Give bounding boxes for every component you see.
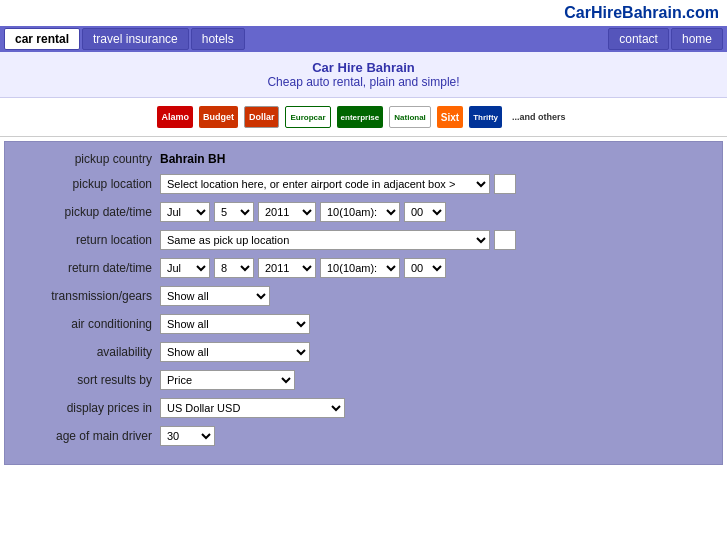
availability-label: availability [15, 345, 160, 359]
return-location-code-input[interactable] [494, 230, 516, 250]
brand-dollar: Dollar [244, 106, 280, 128]
pickup-location-select[interactable]: Select location here, or enter airport c… [160, 174, 490, 194]
brand-budget: Budget [199, 106, 238, 128]
pickup-day-select[interactable]: 5 [214, 202, 254, 222]
brands-bar: Alamo Budget Dollar Europcar enterprise … [0, 98, 727, 137]
pickup-country-control: Bahrain BH [160, 152, 225, 166]
brand-thrifty: Thrifty [469, 106, 502, 128]
brand-others: ...and others [508, 106, 570, 128]
brand-europcar: Europcar [285, 106, 330, 128]
nav-right: contact home [608, 28, 723, 50]
return-location-select[interactable]: Same as pick up location [160, 230, 490, 250]
pickup-location-label: pickup location [15, 177, 160, 191]
brand-alamo: Alamo [157, 106, 193, 128]
nav-bar: car rental travel insurance hotels conta… [0, 26, 727, 52]
age-control: 30 [160, 426, 215, 446]
transmission-select[interactable]: Show all [160, 286, 270, 306]
pickup-location-row: pickup location Select location here, or… [15, 174, 712, 194]
display-prices-control: US Dollar USD [160, 398, 345, 418]
pickup-country-value: Bahrain BH [160, 152, 225, 166]
pickup-month-select[interactable]: Jul [160, 202, 210, 222]
pickup-datetime-label: pickup date/time [15, 205, 160, 219]
pickup-min-select[interactable]: 00 [404, 202, 446, 222]
pickup-country-row: pickup country Bahrain BH [15, 152, 712, 166]
top-bar: CarHireBahrain.com [0, 0, 727, 26]
availability-control: Show all [160, 342, 310, 362]
pickup-country-label: pickup country [15, 152, 160, 166]
age-label: age of main driver [15, 429, 160, 443]
return-min-select[interactable]: 00 [404, 258, 446, 278]
availability-select[interactable]: Show all [160, 342, 310, 362]
return-month-select[interactable]: Jul [160, 258, 210, 278]
return-location-row: return location Same as pick up location [15, 230, 712, 250]
pickup-year-select[interactable]: 2011 [258, 202, 316, 222]
return-location-label: return location [15, 233, 160, 247]
return-datetime-row: return date/time Jul 8 2011 10(10am): 00 [15, 258, 712, 278]
age-row: age of main driver 30 [15, 426, 712, 446]
return-location-control: Same as pick up location [160, 230, 516, 250]
return-datetime-label: return date/time [15, 261, 160, 275]
return-hour-select[interactable]: 10(10am): [320, 258, 400, 278]
currency-select[interactable]: US Dollar USD [160, 398, 345, 418]
display-prices-row: display prices in US Dollar USD [15, 398, 712, 418]
return-day-select[interactable]: 8 [214, 258, 254, 278]
sort-select[interactable]: Price [160, 370, 295, 390]
site-title: CarHireBahrain.com [564, 4, 719, 22]
air-conditioning-control: Show all [160, 314, 310, 334]
pickup-hour-select[interactable]: 10(10am): [320, 202, 400, 222]
nav-left: car rental travel insurance hotels [4, 28, 245, 50]
return-year-select[interactable]: 2011 [258, 258, 316, 278]
sort-results-control: Price [160, 370, 295, 390]
nav-travel-insurance[interactable]: travel insurance [82, 28, 189, 50]
brand-national: National [389, 106, 431, 128]
age-select[interactable]: 30 [160, 426, 215, 446]
pickup-datetime-row: pickup date/time Jul 5 2011 10(10am): 00 [15, 202, 712, 222]
transmission-label: transmission/gears [15, 289, 160, 303]
hero-subtitle: Cheap auto rental, plain and simple! [8, 75, 719, 89]
display-prices-label: display prices in [15, 401, 160, 415]
air-conditioning-label: air conditioning [15, 317, 160, 331]
brand-enterprise: enterprise [337, 106, 384, 128]
hero-title: Car Hire Bahrain [8, 60, 719, 75]
air-conditioning-select[interactable]: Show all [160, 314, 310, 334]
nav-contact[interactable]: contact [608, 28, 669, 50]
nav-car-rental[interactable]: car rental [4, 28, 80, 50]
return-datetime-control: Jul 8 2011 10(10am): 00 [160, 258, 446, 278]
search-form: pickup country Bahrain BH pickup locatio… [4, 141, 723, 465]
air-conditioning-row: air conditioning Show all [15, 314, 712, 334]
transmission-control: Show all [160, 286, 270, 306]
nav-home[interactable]: home [671, 28, 723, 50]
hero: Car Hire Bahrain Cheap auto rental, plai… [0, 52, 727, 98]
pickup-datetime-control: Jul 5 2011 10(10am): 00 [160, 202, 446, 222]
pickup-location-control: Select location here, or enter airport c… [160, 174, 516, 194]
sort-results-label: sort results by [15, 373, 160, 387]
transmission-row: transmission/gears Show all [15, 286, 712, 306]
sort-results-row: sort results by Price [15, 370, 712, 390]
nav-hotels[interactable]: hotels [191, 28, 245, 50]
availability-row: availability Show all [15, 342, 712, 362]
brand-sixt: Sixt [437, 106, 463, 128]
pickup-location-code-input[interactable] [494, 174, 516, 194]
